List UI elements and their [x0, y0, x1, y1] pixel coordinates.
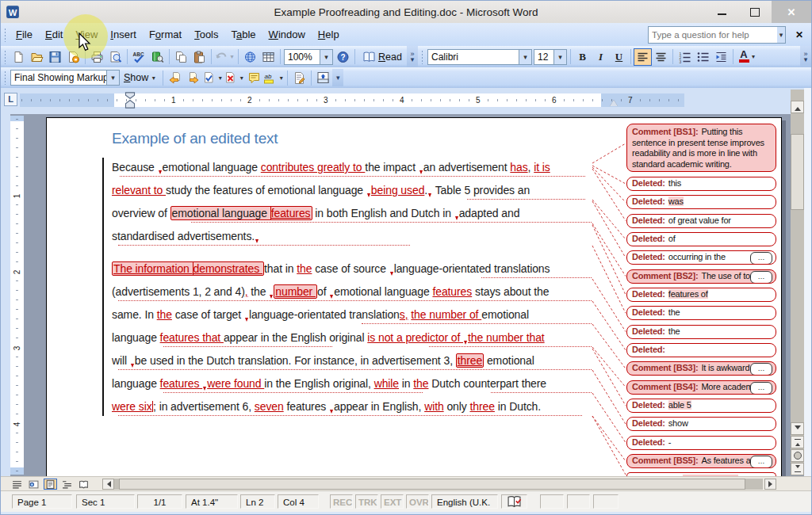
- help-button[interactable]: ?: [334, 48, 352, 66]
- copy-button[interactable]: [172, 48, 190, 66]
- accept-change-button[interactable]: ▾: [202, 69, 224, 86]
- print-layout-view-button[interactable]: [44, 479, 57, 490]
- vertical-ruler[interactable]: 1234: [10, 116, 24, 475]
- reviewing-pane-button[interactable]: [314, 69, 332, 86]
- deleted-balloon[interactable]: Deleted:able 5: [626, 399, 776, 413]
- new-comment-button[interactable]: [245, 69, 263, 86]
- chevron-down-icon[interactable]: ▾: [106, 71, 119, 85]
- vertical-scrollbar-thumb[interactable]: [791, 134, 804, 210]
- numbering-button[interactable]: 123: [676, 48, 694, 66]
- read-button[interactable]: Read: [358, 48, 407, 66]
- tab-stop-selector[interactable]: L: [4, 93, 17, 106]
- scroll-left-button[interactable]: [102, 479, 114, 490]
- balloon-more-button[interactable]: …: [750, 363, 772, 376]
- permission-button[interactable]: [64, 48, 82, 66]
- deleted-balloon[interactable]: Deleted:occurring in the…: [626, 250, 776, 265]
- align-center-button[interactable]: [652, 48, 670, 66]
- language-indicator[interactable]: English (U.K.: [431, 494, 498, 509]
- italic-button[interactable]: I: [592, 48, 610, 66]
- status-toggle-ext[interactable]: EXT: [381, 494, 404, 509]
- show-menu-button[interactable]: Show▾: [121, 69, 160, 86]
- font-color-button[interactable]: A▾: [736, 48, 760, 66]
- menu-file[interactable]: File: [10, 25, 39, 44]
- scroll-down-button[interactable]: [791, 422, 804, 435]
- toolbar-grip[interactable]: [421, 50, 423, 64]
- open-button[interactable]: [28, 48, 46, 66]
- comment-balloon[interactable]: Comment [BS3]:It is awkward t…: [626, 361, 776, 376]
- spelling-status-icon[interactable]: [501, 494, 527, 509]
- toolbar-grip[interactable]: [4, 28, 6, 42]
- new-document-button[interactable]: [10, 48, 28, 66]
- print-preview-button[interactable]: [106, 48, 124, 66]
- maximize-button[interactable]: [738, 1, 772, 23]
- close-document-icon[interactable]: ✕: [791, 29, 808, 40]
- menu-insert[interactable]: Insert: [104, 25, 143, 44]
- status-toggle-ovr[interactable]: OVR: [406, 494, 429, 509]
- select-browse-object-button[interactable]: [791, 449, 804, 462]
- menu-help[interactable]: Help: [312, 25, 346, 44]
- next-page-button[interactable]: [791, 463, 804, 475]
- deleted-balloon[interactable]: Deleted:this: [626, 177, 776, 191]
- increase-indent-button[interactable]: [712, 48, 730, 66]
- horizontal-scrollbar-thumb[interactable]: [119, 479, 745, 490]
- balloon-more-button[interactable]: …: [750, 456, 772, 468]
- research-button[interactable]: [148, 48, 167, 66]
- menu-window[interactable]: Window: [262, 25, 312, 44]
- bold-button[interactable]: B: [573, 48, 592, 66]
- previous-change-button[interactable]: [166, 69, 184, 86]
- vertical-scrollbar[interactable]: [791, 90, 804, 475]
- zoom-select[interactable]: 100%▾: [284, 49, 333, 65]
- paste-button[interactable]: [190, 48, 209, 66]
- chevron-down-icon[interactable]: ▾: [228, 53, 236, 60]
- comment-balloon[interactable]: Comment [BS5]:As features are…: [626, 454, 776, 468]
- menu-view[interactable]: View: [69, 25, 104, 44]
- status-toggle-rec[interactable]: REC: [330, 494, 353, 509]
- right-indent-marker[interactable]: [610, 100, 618, 106]
- chevron-down-icon[interactable]: ▾: [320, 50, 332, 64]
- deleted-balloon[interactable]: Deleted:of: [626, 232, 776, 246]
- toolbar-options-button[interactable]: »▾: [407, 46, 418, 67]
- print-button[interactable]: [88, 48, 106, 66]
- reading-layout-view-button[interactable]: [77, 479, 90, 490]
- toolbar-grip[interactable]: [4, 71, 6, 85]
- chevron-down-icon[interactable]: ▾: [216, 74, 224, 82]
- toolbar-options-button[interactable]: ▾: [332, 69, 343, 86]
- previous-page-button[interactable]: [791, 436, 804, 448]
- balloon-more-button[interactable]: …: [750, 271, 772, 284]
- toolbar-grip[interactable]: [4, 50, 6, 64]
- scroll-up-button[interactable]: [791, 101, 804, 113]
- reject-change-button[interactable]: ▾: [224, 69, 245, 86]
- comment-balloon[interactable]: Comment [BS4]:More academi…: [626, 380, 776, 395]
- scroll-right-button[interactable]: [764, 479, 776, 490]
- underline-button[interactable]: U: [610, 48, 628, 66]
- deleted-balloon[interactable]: Deleted:: [626, 343, 776, 357]
- help-search-input[interactable]: [649, 30, 777, 40]
- menu-table[interactable]: Table: [225, 25, 262, 44]
- deleted-balloon[interactable]: Deleted:features of: [626, 288, 776, 302]
- web-layout-view-button[interactable]: [27, 479, 40, 490]
- bullets-button[interactable]: [694, 48, 712, 66]
- balloon-more-button[interactable]: …: [750, 252, 772, 265]
- deleted-balloon[interactable]: Deleted:the: [626, 306, 776, 320]
- insert-table-button[interactable]: [259, 48, 278, 66]
- highlight-button[interactable]: ab▾: [263, 69, 285, 86]
- spelling-grammar-button[interactable]: ABC: [130, 48, 148, 66]
- deleted-balloon[interactable]: Deleted:the: [626, 325, 776, 339]
- track-changes-button[interactable]: [290, 69, 308, 86]
- insert-hyperlink-button[interactable]: [241, 48, 259, 66]
- menu-tools[interactable]: Tools: [188, 25, 224, 44]
- status-toggle-trk[interactable]: TRK: [355, 494, 378, 509]
- chevron-down-icon[interactable]: ▾: [750, 53, 757, 60]
- horizontal-scrollbar[interactable]: [114, 479, 763, 490]
- chevron-down-icon[interactable]: ▾: [777, 27, 785, 43]
- chevron-down-icon[interactable]: ▾: [553, 50, 566, 64]
- undo-button[interactable]: ▾: [214, 48, 236, 66]
- menu-format[interactable]: Format: [143, 25, 188, 44]
- toolbar-options-button[interactable]: »▾: [800, 46, 811, 67]
- help-search-box[interactable]: ▾: [648, 26, 786, 44]
- minimize-button[interactable]: [705, 1, 738, 23]
- indent-marker[interactable]: [124, 92, 136, 112]
- chevron-down-icon[interactable]: ▾: [238, 74, 245, 82]
- comment-balloon[interactable]: Comment [BS1]:Putting this sentence in p…: [626, 124, 776, 172]
- deleted-balloon[interactable]: Deleted:show: [626, 417, 776, 431]
